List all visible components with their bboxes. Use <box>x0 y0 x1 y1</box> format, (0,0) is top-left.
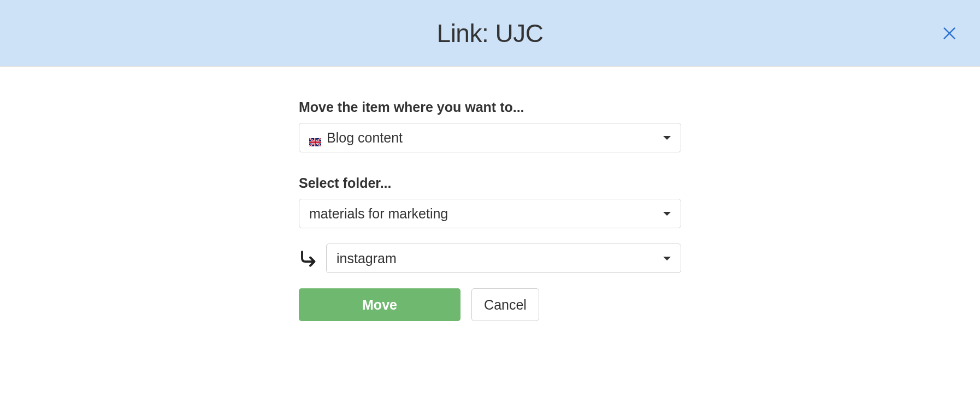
caret-down-icon <box>663 212 671 216</box>
close-button[interactable] <box>942 26 957 41</box>
location-label: Move the item where you want to... <box>299 99 681 115</box>
folder-select[interactable]: materials for marketing <box>299 199 681 228</box>
subfolder-select[interactable]: instagram <box>326 244 681 273</box>
close-icon <box>942 26 957 41</box>
dialog-header: Link: UJC <box>0 0 980 67</box>
dialog-title: Link: UJC <box>437 19 544 48</box>
move-button[interactable]: Move <box>299 288 461 321</box>
cancel-button[interactable]: Cancel <box>471 288 539 321</box>
location-select[interactable]: Blog content <box>299 123 681 152</box>
uk-flag-icon <box>309 134 321 142</box>
dialog-content: Move the item where you want to... Blog … <box>299 67 681 321</box>
caret-down-icon <box>663 136 671 140</box>
subfolder-value: instagram <box>336 251 663 266</box>
folder-label: Select folder... <box>299 175 681 191</box>
folder-value: materials for marketing <box>309 206 663 222</box>
dialog-actions: Move Cancel <box>299 288 681 321</box>
subfolder-row: instagram <box>299 244 681 273</box>
caret-down-icon <box>663 257 671 260</box>
sub-arrow-icon <box>299 248 318 268</box>
location-value: Blog content <box>327 130 663 146</box>
